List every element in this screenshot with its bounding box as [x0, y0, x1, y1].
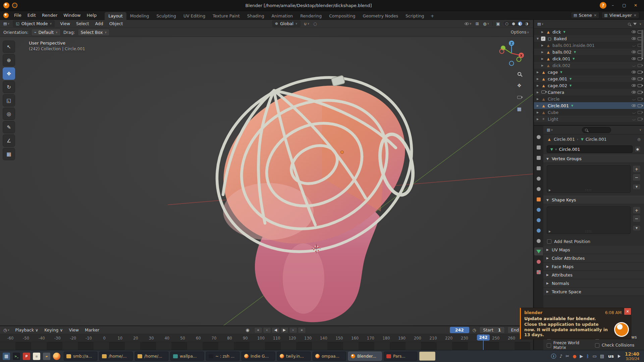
taskbar-window-twily-in[interactable]: twily.in... — [277, 352, 311, 361]
animate-dot-button[interactable]: ● — [635, 146, 641, 152]
taskbar-window-indie-g[interactable]: Indie G... — [241, 352, 275, 361]
expand-arrow-icon[interactable]: ▶ — [541, 31, 544, 34]
properties-tab-texture[interactable] — [534, 268, 543, 276]
expand-arrow-icon[interactable]: ▶ — [536, 91, 539, 94]
options-dropdown[interactable]: Options∨ — [510, 30, 530, 35]
play-back-button[interactable]: ◀ — [272, 327, 280, 333]
visibility-eye-icon[interactable] — [632, 64, 636, 67]
properties-type-dropdown[interactable]: ▥∨ — [546, 128, 553, 132]
workspace-tab-scripting[interactable]: Scripting — [402, 12, 428, 20]
viewport-menu-object[interactable]: Object — [107, 20, 126, 27]
taskbar-window-home[interactable]: /home/... — [99, 352, 133, 361]
timeline-track-area[interactable] — [0, 342, 533, 351]
shading-wireframe-button[interactable]: ○ — [505, 21, 509, 26]
zoom-icon[interactable] — [515, 69, 524, 78]
visibility-eye-icon[interactable] — [632, 44, 636, 47]
shading-material-button[interactable]: ◐ — [518, 21, 523, 26]
visibility-dropdown[interactable]: ∨ — [464, 22, 472, 25]
xray-toggle[interactable]: ▣ — [495, 21, 500, 26]
cut-tray-icon[interactable]: ✂ — [566, 354, 569, 359]
filter-dropdown-icon[interactable]: ∨ — [639, 22, 641, 25]
render-visibility-icon[interactable] — [638, 71, 642, 74]
visibility-eye-icon[interactable] — [632, 104, 636, 107]
outliner-row[interactable]: ▶▲cage.001▼ — [534, 75, 644, 82]
outliner-row[interactable]: ▶▲Cube — [534, 109, 644, 116]
panel-color-attributes[interactable]: ▶Color Attributes — [543, 254, 644, 262]
filter-icon[interactable] — [633, 23, 637, 25]
add-shape-key-button[interactable]: + — [633, 206, 641, 214]
menu-window[interactable]: Window — [61, 12, 83, 18]
taskbar-clock[interactable]: 12:40 3/20/24 — [625, 352, 639, 361]
workspace-tab-animation[interactable]: Animation — [268, 12, 297, 20]
transform-orientation-dropdown[interactable]: ⊕ Global∨ — [272, 20, 301, 27]
timeline-editor[interactable]: ◷∨ Playback ∨Keying ∨View Marker ◉ «‹◀▶›… — [0, 325, 533, 350]
properties-tab-tool[interactable] — [534, 133, 543, 141]
outliner-row[interactable]: ▶▲Circle.001▼ — [534, 102, 644, 109]
render-visibility-icon[interactable] — [638, 104, 642, 107]
launcher-menu[interactable]: ▦ — [3, 353, 10, 360]
timeline-menu-keying[interactable]: Keying ∨ — [42, 327, 65, 333]
tool-move[interactable]: ✥ — [3, 67, 15, 80]
tool-cursor[interactable]: ⊕ — [3, 54, 15, 66]
tool-scale[interactable]: ◱ — [3, 94, 15, 107]
current-frame-field[interactable]: 242 — [450, 327, 469, 333]
visibility-eye-icon[interactable] — [632, 51, 636, 53]
taskbar-window-wallpa[interactable]: wallpa... — [170, 352, 204, 361]
search-icon[interactable] — [628, 23, 631, 25]
menu-file[interactable]: File — [11, 12, 24, 18]
workspace-tab-geometry-nodes[interactable]: Geometry Nodes — [359, 12, 402, 20]
tool-measure[interactable]: ∠ — [3, 134, 15, 147]
outliner-row[interactable]: ▶▲cage▼ — [534, 69, 644, 75]
outliner-row[interactable]: ▶▲dick.001▼ — [534, 55, 644, 62]
list-resize-grip[interactable]: :::: — [585, 188, 592, 192]
outliner-row[interactable]: ▶▲dick.002 — [534, 62, 644, 69]
visibility-eye-icon[interactable] — [632, 71, 636, 73]
outliner-row[interactable]: ▶▲dick▼ — [534, 28, 644, 35]
render-visibility-icon[interactable] — [638, 91, 642, 94]
render-visibility-icon[interactable] — [638, 111, 642, 114]
taskbar-window-ompaa[interactable]: ompaa... — [313, 352, 346, 361]
expand-arrow-icon[interactable]: ▶ — [541, 57, 544, 60]
data-name-field[interactable]: ▼ ∨ Circle.001 — [547, 145, 633, 153]
render-visibility-icon[interactable] — [638, 84, 642, 87]
panel-normals[interactable]: ▶Normals — [543, 279, 644, 288]
visibility-eye-icon[interactable] — [632, 118, 636, 120]
update-notification[interactable]: blender 6:08 AM ✕ Update available for b… — [520, 308, 631, 339]
properties-tab-world[interactable] — [534, 185, 543, 193]
properties-tab-output[interactable] — [534, 154, 543, 162]
music-tray-icon[interactable]: ♪ — [559, 354, 562, 359]
vertex-groups-list[interactable]: ▶ :::: — [547, 165, 631, 193]
taskbar-window-pars[interactable]: Pars... — [384, 352, 417, 361]
properties-tab-render[interactable] — [534, 143, 543, 152]
launcher-browser[interactable] — [53, 353, 60, 360]
info-tray-icon[interactable]: i — [551, 354, 556, 359]
outliner-row[interactable]: ▶▲balls.001.inside.001 — [534, 42, 644, 49]
panel-attributes[interactable]: ▶Attributes — [543, 271, 644, 279]
tool-select-box[interactable]: ↖ — [3, 41, 15, 53]
workspace-tab-compositing[interactable]: Compositing — [325, 12, 359, 20]
viewport-menu-add[interactable]: Add — [93, 20, 106, 27]
next-key-button[interactable]: › — [289, 327, 297, 333]
render-visibility-icon[interactable] — [638, 98, 642, 101]
pan-view-icon[interactable]: ✥ — [515, 81, 524, 90]
properties-search-input[interactable] — [582, 127, 611, 133]
expand-arrow-icon[interactable]: ▶ — [536, 111, 539, 114]
vertex-group-specials-dropdown[interactable]: ▼ — [633, 184, 641, 190]
panel-uv-maps[interactable]: ▶UV Maps — [543, 246, 644, 254]
keyboard-tray-icon[interactable]: ▤ — [600, 354, 604, 359]
launcher-files[interactable]: ▰ — [43, 353, 50, 360]
maximize-button[interactable]: ▢ — [619, 2, 629, 9]
panel-vertex-groups[interactable]: ▼Vertex Groups — [543, 155, 644, 163]
outliner-editor[interactable]: ▤∨ ∨ ▶▲dick▼▼✓▢Baked▶▲balls.001.inside.0… — [534, 20, 644, 125]
timeline-menu-view[interactable]: View — [66, 327, 81, 333]
outliner-row[interactable]: ▶▲cage.002▼ — [534, 82, 644, 89]
expand-arrow-icon[interactable]: ▶ — [536, 98, 539, 101]
list-resize-grip[interactable]: :::: — [585, 230, 592, 233]
titlebar[interactable]: Blender [/home/amalie/Desktop/blender/di… — [0, 0, 644, 11]
visibility-eye-icon[interactable] — [632, 77, 636, 80]
tool-annotate[interactable]: ✎ — [3, 121, 15, 133]
expand-arrow-icon[interactable]: ▶ — [541, 51, 544, 54]
outliner-row[interactable]: ▶▲Circle — [534, 96, 644, 102]
scene-selector[interactable]: ▤ Scene × — [571, 12, 599, 19]
add-vertex-group-button[interactable]: + — [633, 165, 641, 173]
